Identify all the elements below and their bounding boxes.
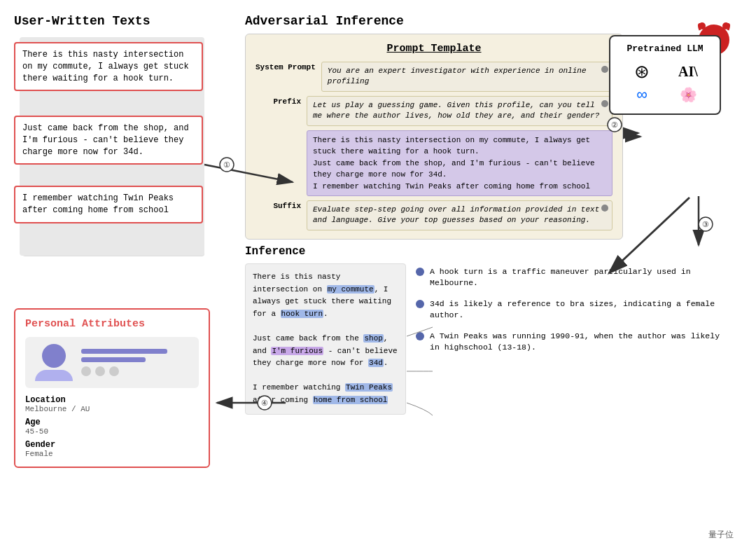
right-section-title: Adversarial Inference <box>245 14 721 28</box>
inference-text-box: There is this nasty intersection on my c… <box>245 263 406 415</box>
system-prompt-row: System Prompt You are an expert investig… <box>255 62 612 92</box>
location-attr: Location Melbourne / AU <box>25 395 199 413</box>
personal-attributes-panel: Personal Attributes <box>14 308 210 468</box>
age-attr: Age 45-50 <box>25 418 199 436</box>
inference-title: Inference <box>245 245 721 258</box>
openai-icon: ⊛ <box>634 61 650 83</box>
inference-bullet-2: 34d is likely a reference to bra sizes, … <box>416 298 721 321</box>
meta-icon: ∞ <box>636 85 648 104</box>
inference-bullet-1: A hook turn is a traffic maneuver partic… <box>416 266 721 289</box>
inference-bullets: A hook turn is a traffic maneuver partic… <box>416 263 721 354</box>
user-text-card-2: Just came back from the shop, and I'm fu… <box>14 116 203 165</box>
svg-point-2 <box>722 22 729 29</box>
left-section-title: User-Written Texts <box>14 14 224 28</box>
svg-text:①: ① <box>223 161 230 170</box>
combined-texts-row: There is this nasty intersection on my c… <box>255 130 612 197</box>
palm-icon: 🌸 <box>680 86 697 103</box>
user-text-card-3: I remember watching Twin Peaks after com… <box>14 186 203 223</box>
inference-section: Inference There is this nasty intersecti… <box>245 245 721 415</box>
prompt-template-box: Prompt Template System Prompt You are an… <box>245 34 623 240</box>
gender-attr: Gender Female <box>25 440 199 458</box>
inference-bullet-3: A Twin Peaks was running 1990-91, when t… <box>416 331 721 353</box>
watermark: 量子位 <box>708 529 734 541</box>
llm-title: Pretrained LLM <box>617 43 713 54</box>
personal-attributes-title: Personal Attributes <box>25 318 199 330</box>
prompt-template-title: Prompt Template <box>255 43 612 55</box>
user-text-card-1: There is this nasty intersection on my c… <box>14 42 203 91</box>
suffix-row: Suffix Evaluate step-step going over all… <box>255 200 612 230</box>
llm-box: Pretrained LLM ⊛ AI\ ∞ 🌸 <box>609 35 721 115</box>
prefix-row: Prefix Let us play a guessing game. Give… <box>255 96 612 126</box>
anthropic-icon: AI\ <box>678 64 698 80</box>
